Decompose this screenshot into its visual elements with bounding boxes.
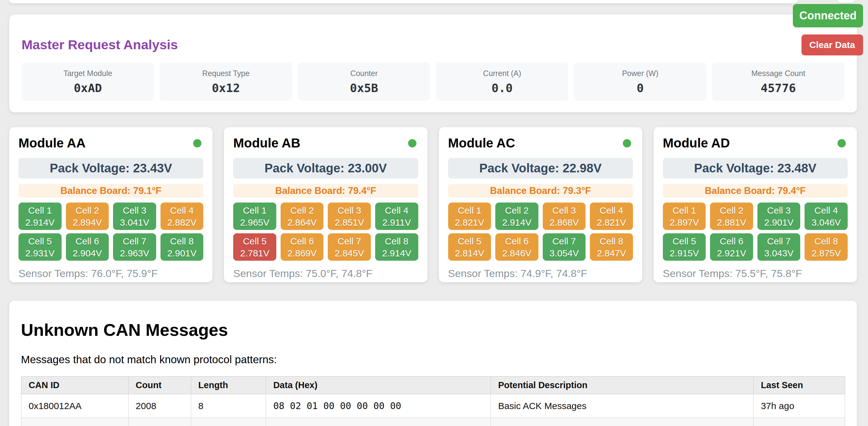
cell-voltage-tile: Cell 3 2.851V <box>328 202 371 230</box>
cell-voltage: 2.847V <box>590 247 633 259</box>
cell-label: Cell 6 <box>66 235 109 247</box>
table-header-row: CAN IDCountLengthData (Hex)Potential Des… <box>21 376 845 394</box>
cell-grid: Cell 1 2.965V Cell 2 2.864V Cell 3 2.851… <box>233 202 418 261</box>
module-title: Module AA <box>19 136 86 151</box>
cell-voltage-tile: Cell 3 2.901V <box>757 202 801 230</box>
balance-board-bar: Balance Board: 79.4°F <box>663 184 848 198</box>
cell-label: Cell 5 <box>233 235 276 247</box>
unknown-can-panel: Unknown CAN Messages Messages that do no… <box>9 301 857 426</box>
cell-voltage: 3.043V <box>757 247 801 259</box>
cell-voltage-tile: Cell 5 2.781V <box>233 233 276 261</box>
balance-board-bar: Balance Board: 79.1°F <box>19 184 203 198</box>
table-column-header: Count <box>128 376 191 394</box>
module-title: Module AD <box>663 136 730 151</box>
table-column-header: Length <box>191 376 266 394</box>
cell-voltage: 2.846V <box>495 247 538 259</box>
cell-voltage: 2.845V <box>328 247 371 259</box>
cell-label: Cell 1 <box>448 204 491 217</box>
pack-voltage-bar: Pack Voltage: 23.00V <box>233 158 418 178</box>
cell-label: Cell 7 <box>328 235 371 247</box>
cell-voltage: 3.041V <box>113 217 156 228</box>
unknown-can-table: CAN IDCountLengthData (Hex)Potential Des… <box>21 376 845 426</box>
cell-voltage-tile: Cell 3 2.868V <box>543 202 586 230</box>
cell-label: Cell 3 <box>543 204 586 217</box>
pack-voltage-bar: Pack Voltage: 23.43V <box>19 158 203 178</box>
master-panel-title: Master Request Analysis <box>22 37 845 52</box>
cell-voltage-tile: Cell 1 2.897V <box>663 202 706 230</box>
cell-label: Cell 5 <box>19 235 62 247</box>
cell-label: Cell 2 <box>281 204 324 217</box>
cell-label: Cell 3 <box>328 204 371 217</box>
cell-voltage: 2.894V <box>66 217 109 228</box>
table-cell: Basic ACK Messages <box>491 394 753 418</box>
cell-voltage-tile: Cell 7 2.845V <box>328 233 371 261</box>
table-cell: 0x180012AA <box>21 394 128 418</box>
cell-voltage: 2.914V <box>495 217 538 228</box>
cell-voltage: 2.875V <box>805 247 848 259</box>
cell-label: Cell 6 <box>281 235 324 247</box>
table-cell: 2008 <box>128 394 191 418</box>
cell-label: Cell 4 <box>375 204 418 217</box>
cell-voltage-tile: Cell 5 2.915V <box>663 233 706 261</box>
cell-voltage-tile: Cell 2 2.864V <box>281 202 324 230</box>
cell-grid: Cell 1 2.897V Cell 2 2.881V Cell 3 2.901… <box>663 202 848 261</box>
table-cell: 2022 <box>128 418 191 426</box>
stat-value: 0x12 <box>163 81 289 95</box>
table-cell: 37h ago <box>753 418 845 426</box>
module-header: Module AB <box>233 136 418 151</box>
cell-label: Cell 3 <box>113 204 156 217</box>
cell-label: Cell 3 <box>757 204 801 217</box>
stat-box: Current (A) 0.0 <box>436 63 568 101</box>
cell-voltage: 2.963V <box>113 247 156 259</box>
cell-label: Cell 8 <box>160 235 204 247</box>
clear-data-button[interactable]: Clear Data <box>802 34 863 56</box>
cell-label: Cell 5 <box>663 235 706 247</box>
stat-value: 0xAD <box>25 81 151 95</box>
stat-label: Current (A) <box>439 69 565 78</box>
connection-status-badge: Connected <box>793 4 863 27</box>
cell-voltage: 2.915V <box>663 247 706 259</box>
cell-voltage: 2.781V <box>233 247 276 259</box>
stat-label: Message Count <box>715 69 841 78</box>
cell-label: Cell 6 <box>495 235 538 247</box>
cell-voltage: 2.869V <box>281 247 324 259</box>
table-row: 0x180012AA2008808 02 01 00 00 00 00 00Ba… <box>21 394 845 418</box>
cell-voltage: 3.046V <box>805 217 848 228</box>
cell-voltage: 2.882V <box>160 217 204 228</box>
cell-voltage-tile: Cell 8 2.901V <box>160 233 204 261</box>
cell-label: Cell 4 <box>805 204 848 217</box>
cell-voltage-tile: Cell 6 2.846V <box>495 233 538 261</box>
cell-label: Cell 7 <box>757 235 801 247</box>
cell-voltage: 2.814V <box>448 247 491 259</box>
cell-voltage-tile: Cell 8 2.914V <box>375 233 418 261</box>
cell-voltage-tile: Cell 5 2.931V <box>19 233 62 261</box>
modules-row: Module AA Pack Voltage: 23.43V Balance B… <box>9 127 857 282</box>
cell-voltage: 2.904V <box>66 247 109 259</box>
table-column-header: Last Seen <box>753 376 845 394</box>
unknown-can-subtitle: Messages that do not match known protoco… <box>21 353 845 366</box>
stat-label: Request Type <box>163 69 289 78</box>
stat-value: 45776 <box>715 81 841 95</box>
module-title: Module AC <box>448 136 515 151</box>
cell-voltage-tile: Cell 2 2.894V <box>66 202 109 230</box>
table-cell: 08 02 01 00 00 00 00 00 <box>266 394 491 418</box>
module-header: Module AC <box>448 136 633 151</box>
cell-label: Cell 7 <box>543 235 586 247</box>
cell-voltage-tile: Cell 4 2.821V <box>590 202 633 230</box>
unknown-can-title: Unknown CAN Messages <box>21 320 845 340</box>
cell-voltage-tile: Cell 6 2.921V <box>710 233 753 261</box>
cell-label: Cell 8 <box>805 235 848 247</box>
module-online-dot <box>838 139 846 148</box>
sensor-temps: Sensor Temps: 75.0°F, 74.8°F <box>233 267 418 280</box>
cell-grid: Cell 1 2.914V Cell 2 2.894V Cell 3 3.041… <box>19 202 203 261</box>
cell-label: Cell 1 <box>233 204 276 217</box>
cell-label: Cell 4 <box>160 204 204 217</box>
cell-voltage-tile: Cell 2 2.914V <box>495 202 538 230</box>
balance-board-bar: Balance Board: 79.4°F <box>233 184 418 198</box>
cell-voltage-tile: Cell 1 2.965V <box>233 202 276 230</box>
cell-voltage: 2.821V <box>590 217 633 228</box>
cell-voltage-tile: Cell 8 2.847V <box>590 233 633 261</box>
cell-label: Cell 7 <box>113 235 156 247</box>
cell-voltage-tile: Cell 1 2.914V <box>19 202 62 230</box>
stat-box: Counter 0x5B <box>298 63 430 101</box>
